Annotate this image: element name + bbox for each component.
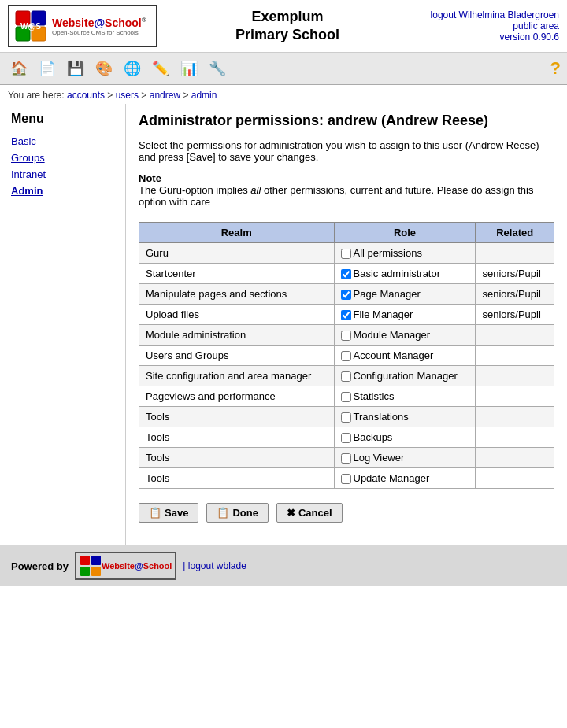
note-text: The Guru-option implies all other permis… bbox=[139, 184, 554, 208]
page-title: Administrator permissions: andrew (Andre… bbox=[139, 112, 554, 130]
footer-logo-box: Website@School bbox=[75, 552, 176, 580]
permission-checkbox[interactable] bbox=[341, 392, 351, 402]
permission-label: Translations bbox=[354, 411, 409, 423]
table-cell-related: seniors/Pupil bbox=[476, 264, 554, 284]
toolbar-edit-btn[interactable]: ✏️ bbox=[148, 56, 173, 81]
powered-by-text: Powered by bbox=[11, 560, 69, 572]
version-label: version 0.90.6 bbox=[410, 31, 559, 42]
permission-label: Log Viewer bbox=[354, 452, 405, 464]
done-icon: 📋 bbox=[217, 507, 229, 519]
cancel-button[interactable]: ✖ Cancel bbox=[276, 503, 343, 523]
sidebar-menu-label: Menu bbox=[11, 112, 114, 126]
permissions-table: Realm Role Related GuruAll permissionsSt… bbox=[139, 222, 554, 489]
svg-rect-5 bbox=[80, 556, 90, 565]
sidebar-item-groups[interactable]: Groups bbox=[11, 152, 114, 164]
table-cell-related bbox=[476, 346, 554, 366]
sidebar-item-admin[interactable]: Admin bbox=[11, 185, 114, 197]
user-info: logout Wilhelmina Bladergroen public are… bbox=[410, 9, 559, 42]
breadcrumb-sep3: > bbox=[183, 90, 191, 101]
table-row: ToolsTranslations bbox=[139, 407, 554, 427]
table-cell-related bbox=[476, 243, 554, 264]
permission-checkbox[interactable] bbox=[341, 412, 351, 423]
table-cell-role: File Manager bbox=[334, 305, 476, 325]
note-italic: all bbox=[250, 184, 261, 196]
table-cell-role: Configuration Manager bbox=[334, 366, 476, 386]
save-button[interactable]: 📋 Save bbox=[139, 503, 198, 523]
svg-rect-6 bbox=[91, 556, 101, 565]
help-icon[interactable]: ? bbox=[550, 58, 561, 79]
table-cell-role: Module Manager bbox=[334, 325, 476, 346]
svg-rect-8 bbox=[91, 567, 101, 576]
school-name-line1: Exemplum bbox=[165, 8, 410, 26]
table-row: ToolsBackups bbox=[139, 427, 554, 448]
header: W@S Website@School® Open-Source CMS for … bbox=[0, 0, 567, 53]
breadcrumb: You are here: accounts > users > andrew … bbox=[0, 85, 567, 104]
toolbar-home-btn[interactable]: 🏠 bbox=[6, 56, 32, 81]
breadcrumb-andrew[interactable]: andrew bbox=[150, 90, 180, 101]
table-cell-realm: Tools bbox=[139, 468, 335, 489]
toolbar: 🏠 📄 💾 🎨 🌐 ✏️ 📊 🔧 ? bbox=[0, 53, 567, 85]
school-name: Exemplum Primary School bbox=[165, 8, 410, 45]
permission-checkbox[interactable] bbox=[341, 331, 351, 341]
table-row: ToolsLog Viewer bbox=[139, 448, 554, 468]
table-cell-realm: Pageviews and performance bbox=[139, 386, 335, 407]
permission-checkbox[interactable] bbox=[341, 269, 351, 279]
toolbar-theme-btn[interactable]: 🎨 bbox=[91, 56, 117, 81]
table-cell-related bbox=[476, 448, 554, 468]
footer-logout-link[interactable]: | logout wblade bbox=[183, 560, 246, 571]
table-cell-related bbox=[476, 366, 554, 386]
area-label: public area bbox=[410, 20, 559, 31]
permission-label: Account Manager bbox=[354, 349, 434, 361]
permission-label: All permissions bbox=[354, 247, 422, 259]
footer: Powered by Website@School | logout wblad… bbox=[0, 545, 567, 586]
permission-checkbox[interactable] bbox=[341, 351, 351, 361]
breadcrumb-users[interactable]: users bbox=[116, 90, 139, 101]
sidebar-item-intranet[interactable]: Intranet bbox=[11, 168, 114, 180]
toolbar-modules-btn[interactable]: 🌐 bbox=[120, 56, 145, 81]
logout-link[interactable]: logout Wilhelmina Bladergroen bbox=[410, 9, 559, 20]
table-cell-related: seniors/Pupil bbox=[476, 284, 554, 305]
permission-checkbox[interactable] bbox=[341, 433, 351, 443]
sidebar: Menu Basic Groups Intranet Admin bbox=[0, 104, 126, 545]
breadcrumb-admin[interactable]: admin bbox=[191, 90, 217, 101]
logo-area: W@S Website@School® Open-Source CMS for … bbox=[8, 5, 165, 47]
table-cell-role: Translations bbox=[334, 407, 476, 427]
main-layout: Menu Basic Groups Intranet Admin Adminis… bbox=[0, 104, 567, 545]
footer-logo-icon bbox=[80, 555, 102, 577]
permission-checkbox[interactable] bbox=[341, 310, 351, 320]
table-row: StartcenterBasic administratorseniors/Pu… bbox=[139, 264, 554, 284]
table-header-realm: Realm bbox=[139, 223, 335, 243]
cancel-icon: ✖ bbox=[287, 507, 295, 519]
permission-checkbox[interactable] bbox=[341, 290, 351, 300]
toolbar-save-btn[interactable]: 💾 bbox=[63, 56, 88, 81]
table-cell-realm: Manipulate pages and sections bbox=[139, 284, 335, 305]
table-cell-role: Page Manager bbox=[334, 284, 476, 305]
footer-logo: Website@School bbox=[75, 552, 176, 580]
permission-checkbox[interactable] bbox=[341, 474, 351, 484]
table-row: Upload filesFile Managerseniors/Pupil bbox=[139, 305, 554, 325]
toolbar-page-btn[interactable]: 📄 bbox=[35, 56, 60, 81]
permission-checkbox[interactable] bbox=[341, 371, 351, 382]
toolbar-stats-btn[interactable]: 📊 bbox=[176, 56, 202, 81]
table-cell-realm: Tools bbox=[139, 427, 335, 448]
permission-label: Backups bbox=[354, 431, 393, 443]
sidebar-item-basic[interactable]: Basic bbox=[11, 135, 114, 147]
toolbar-tools-btn[interactable]: 🔧 bbox=[205, 56, 230, 81]
table-cell-realm: Tools bbox=[139, 407, 335, 427]
breadcrumb-accounts[interactable]: accounts bbox=[67, 90, 105, 101]
permission-label: Module Manager bbox=[354, 329, 431, 341]
table-cell-role: All permissions bbox=[334, 243, 476, 264]
table-row: Manipulate pages and sectionsPage Manage… bbox=[139, 284, 554, 305]
save-label: Save bbox=[165, 507, 188, 519]
save-icon: 📋 bbox=[149, 507, 161, 519]
done-button[interactable]: 📋 Done bbox=[206, 503, 269, 523]
table-cell-related bbox=[476, 427, 554, 448]
permission-checkbox[interactable] bbox=[341, 249, 351, 259]
table-header-related: Related bbox=[476, 223, 554, 243]
table-cell-related bbox=[476, 386, 554, 407]
table-row: Site configuration and area managerConfi… bbox=[139, 366, 554, 386]
table-cell-related: seniors/Pupil bbox=[476, 305, 554, 325]
table-row: Module administrationModule Manager bbox=[139, 325, 554, 346]
permission-label: Basic administrator bbox=[354, 268, 441, 279]
permission-checkbox[interactable] bbox=[341, 453, 351, 464]
